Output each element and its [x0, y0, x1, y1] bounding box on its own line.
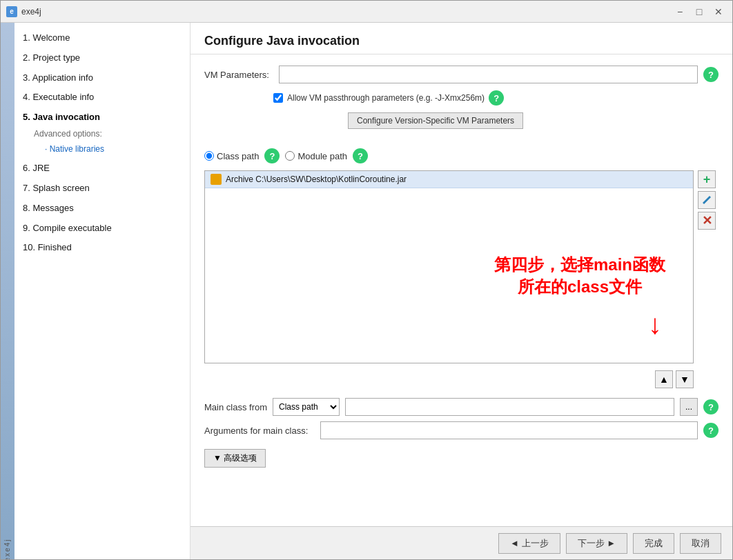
sidebar-item-project-type[interactable]: 2. Project type [14, 48, 190, 68]
sidebar-item-messages[interactable]: 8. Messages [14, 199, 190, 219]
bottom-nav: ◄ 上一步 下一步 ► 完成 取消 [190, 526, 732, 559]
sidebar-item-java-inv[interactable]: 5. Java invocation [14, 108, 190, 128]
annotation-arrow: ↓ [648, 309, 662, 340]
title-bar: e exe4j − □ ✕ [1, 1, 732, 23]
left-deco-label: exe4j [4, 539, 12, 559]
advanced-options-button[interactable]: ▼ 高级选项 [204, 449, 266, 468]
main-class-input[interactable] [345, 398, 674, 416]
args-help-button[interactable]: ? [703, 423, 719, 438]
app-icon: e [6, 6, 17, 17]
args-row: Arguments for main class: ? [204, 421, 719, 439]
main-class-browse-button[interactable]: ... [680, 398, 698, 416]
annotation-text-line1: 第四步，选择main函数 [494, 254, 665, 276]
sidebar-item-compile[interactable]: 9. Compile executable [14, 219, 190, 239]
minimize-button[interactable]: − [672, 3, 688, 20]
vm-passthrough-row: Allow VM passthrough parameters (e.g. -J… [273, 90, 719, 106]
left-decoration: exe4j [1, 23, 14, 559]
vm-params-row: VM Parameters: ? [204, 66, 719, 83]
edit-classpath-button[interactable] [698, 191, 716, 209]
sidebar-item-welcome[interactable]: 1. Welcome [14, 28, 190, 48]
next-button[interactable]: 下一步 ► [566, 533, 627, 554]
sidebar-item-app-info[interactable]: 3. Application info [14, 68, 190, 88]
modulepath-radio-label: Module path [297, 151, 347, 161]
panel-body: VM Parameters: ? Allow VM passthrough pa… [190, 54, 732, 526]
close-button[interactable]: ✕ [710, 3, 727, 20]
vm-params-label: VM Parameters: [204, 70, 273, 80]
add-classpath-button[interactable]: + [698, 170, 716, 188]
classpath-wrapper: Archive C:\Users\SW\Desktop\KotlinCorout… [204, 170, 694, 363]
vm-passthrough-checkbox[interactable] [273, 93, 283, 103]
edit-icon [702, 195, 712, 205]
move-up-button[interactable]: ▲ [655, 370, 673, 388]
main-content: exe4j 1. Welcome 2. Project type 3. Appl… [1, 23, 732, 559]
vm-passthrough-label: Allow VM passthrough parameters (e.g. -J… [287, 93, 485, 103]
window-controls: − □ ✕ [672, 3, 727, 20]
classpath-help-button[interactable]: ? [264, 148, 280, 163]
configure-vm-button[interactable]: Configure Version-Specific VM Parameters [348, 112, 523, 129]
main-class-dropdown[interactable]: Class path Module path [273, 398, 340, 416]
sidebar-advanced-label: Advanced options: [14, 128, 190, 140]
sidebar-item-splash[interactable]: 7. Splash screen [14, 179, 190, 199]
classpath-radio[interactable] [204, 151, 214, 161]
cancel-button[interactable]: 取消 [680, 533, 721, 554]
classpath-list: Archive C:\Users\SW\Desktop\KotlinCorout… [204, 170, 694, 363]
classpath-toolbar: + ✕ [698, 170, 716, 230]
classpath-entry[interactable]: Archive C:\Users\SW\Desktop\KotlinCorout… [205, 171, 693, 188]
sidebar: 1. Welcome 2. Project type 3. Applicatio… [14, 23, 190, 559]
annotation-overlay: 第四步，选择main函数 所在的class文件 [494, 254, 665, 298]
move-down-button[interactable]: ▼ [676, 370, 694, 388]
panel-header: Configure Java invocation [190, 23, 732, 54]
annotation-text-line2: 所在的class文件 [494, 276, 665, 298]
prev-button[interactable]: ◄ 上一步 [498, 533, 560, 554]
path-type-row: Class path ? Module path ? [204, 148, 719, 163]
sidebar-item-exec-info[interactable]: 4. Executable info [14, 88, 190, 108]
maximize-button[interactable]: □ [691, 3, 707, 20]
right-panel: Configure Java invocation VM Parameters:… [190, 23, 732, 559]
classpath-radio-label: Class path [217, 151, 259, 161]
classpath-option: Class path [204, 151, 259, 161]
sidebar-item-finished[interactable]: 10. Finished [14, 238, 190, 258]
archive-icon [211, 174, 222, 185]
modulepath-option: Module path [285, 151, 347, 161]
modulepath-help-button[interactable]: ? [353, 148, 368, 163]
modulepath-radio[interactable] [285, 151, 295, 161]
window-title: exe4j [21, 7, 672, 17]
classpath-entry-text: Archive C:\Users\SW\Desktop\KotlinCorout… [226, 174, 407, 184]
args-input[interactable] [320, 421, 698, 439]
main-class-help-button[interactable]: ? [703, 399, 719, 414]
main-class-label: Main class from [204, 402, 267, 412]
main-window: e exe4j − □ ✕ exe4j 1. Welcome 2. Projec… [0, 0, 733, 560]
sidebar-item-native-libs[interactable]: · Native libraries [14, 140, 190, 159]
vm-params-help-button[interactable]: ? [703, 67, 719, 82]
vm-params-input[interactable] [279, 66, 698, 83]
main-class-row: Main class from Class path Module path .… [204, 398, 719, 416]
remove-classpath-button[interactable]: ✕ [698, 212, 716, 230]
finish-button[interactable]: 完成 [633, 533, 674, 554]
vm-passthrough-help-button[interactable]: ? [489, 90, 504, 106]
args-label: Arguments for main class: [204, 426, 315, 436]
sidebar-item-jre[interactable]: 6. JRE [14, 159, 190, 179]
